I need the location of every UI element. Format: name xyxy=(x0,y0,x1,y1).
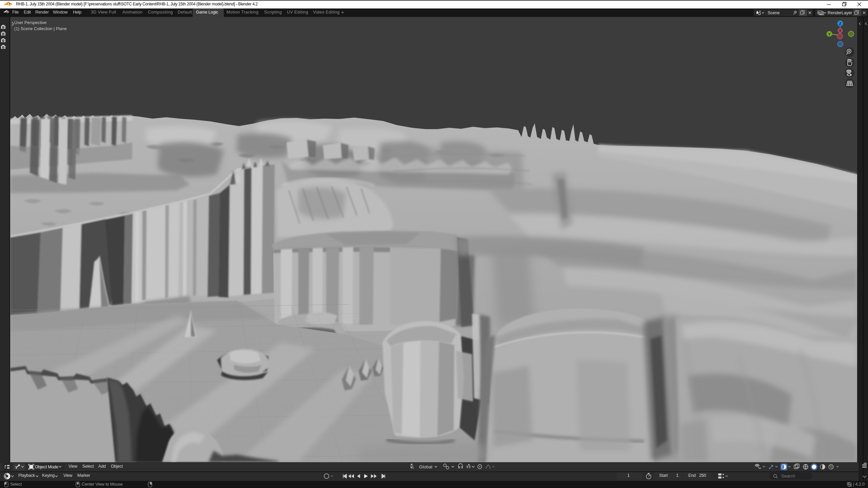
svg-text:Z: Z xyxy=(839,22,841,26)
svg-text:User Perspective: User Perspective xyxy=(14,20,46,25)
svg-text:Scene: Scene xyxy=(768,11,780,15)
svg-text:Object Mode: Object Mode xyxy=(35,465,58,469)
svg-text:Y: Y xyxy=(828,32,831,36)
svg-text:(1) Scene Collection | Plane: (1) Scene Collection | Plane xyxy=(14,26,67,31)
svg-text:Global: Global xyxy=(419,464,432,469)
svg-text:RenderLayer: RenderLayer xyxy=(828,11,852,15)
svg-text:X: X xyxy=(839,28,842,33)
